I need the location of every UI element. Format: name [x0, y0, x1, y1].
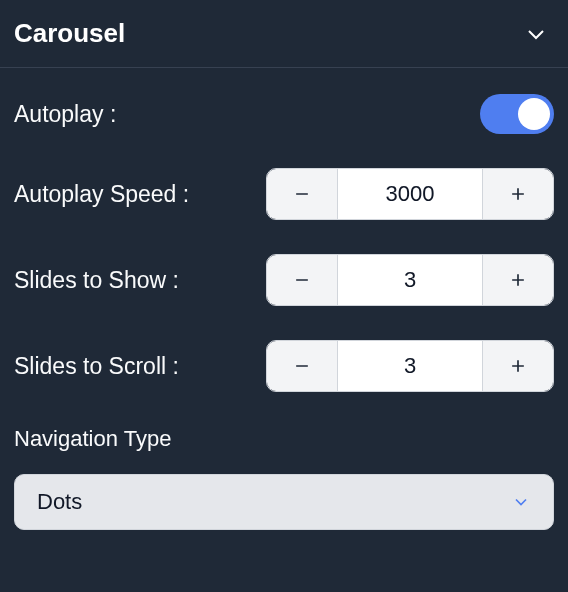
- minus-icon: [292, 356, 312, 376]
- navigation-type-field: Navigation Type Dots: [14, 426, 554, 530]
- minus-icon: [292, 270, 312, 290]
- plus-icon: [508, 270, 528, 290]
- panel-title: Carousel: [14, 18, 125, 49]
- plus-icon: [508, 356, 528, 376]
- increment-button[interactable]: [483, 255, 553, 305]
- increment-button[interactable]: [483, 169, 553, 219]
- slides-to-show-label: Slides to Show :: [14, 267, 179, 294]
- slides-to-scroll-stepper: [266, 340, 554, 392]
- autoplay-speed-stepper: [266, 168, 554, 220]
- plus-icon: [508, 184, 528, 204]
- chevron-down-icon: [524, 22, 548, 46]
- autoplay-field: Autoplay :: [14, 94, 554, 134]
- panel-header[interactable]: Carousel: [0, 0, 568, 68]
- autoplay-speed-input[interactable]: [337, 169, 483, 219]
- slides-to-scroll-label: Slides to Scroll :: [14, 353, 179, 380]
- autoplay-speed-field: Autoplay Speed :: [14, 168, 554, 220]
- slides-to-show-stepper: [266, 254, 554, 306]
- decrement-button[interactable]: [267, 169, 337, 219]
- slides-to-show-field: Slides to Show :: [14, 254, 554, 306]
- autoplay-label: Autoplay :: [14, 101, 116, 128]
- slides-to-show-input[interactable]: [337, 255, 483, 305]
- autoplay-toggle[interactable]: [480, 94, 554, 134]
- decrement-button[interactable]: [267, 255, 337, 305]
- toggle-knob: [518, 98, 550, 130]
- navigation-type-select[interactable]: Dots: [14, 474, 554, 530]
- panel-body: Autoplay : Autoplay Speed : Slides to Sh…: [0, 68, 568, 556]
- chevron-down-icon: [511, 492, 531, 512]
- minus-icon: [292, 184, 312, 204]
- select-value: Dots: [37, 489, 82, 515]
- slides-to-scroll-field: Slides to Scroll :: [14, 340, 554, 392]
- navigation-type-label: Navigation Type: [14, 426, 554, 452]
- decrement-button[interactable]: [267, 341, 337, 391]
- carousel-panel: Carousel Autoplay : Autoplay Speed :: [0, 0, 568, 556]
- autoplay-speed-label: Autoplay Speed :: [14, 181, 189, 208]
- slides-to-scroll-input[interactable]: [337, 341, 483, 391]
- increment-button[interactable]: [483, 341, 553, 391]
